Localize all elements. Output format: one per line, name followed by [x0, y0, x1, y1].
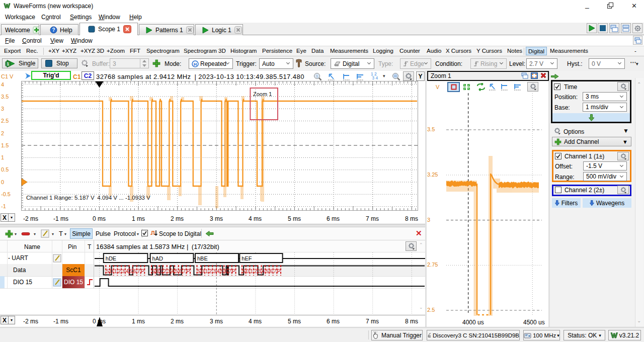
- svg-text:1: 1: [159, 269, 163, 274]
- svg-text:S: S: [151, 269, 155, 274]
- svg-text:1: 1: [250, 269, 253, 274]
- svg-text:5: 5: [175, 269, 178, 274]
- svg-text:3: 3: [168, 269, 171, 274]
- svg-text:6: 6: [224, 269, 227, 274]
- svg-text:2: 2: [254, 269, 257, 274]
- svg-text:3: 3: [258, 269, 261, 274]
- svg-text:3: 3: [122, 269, 125, 274]
- svg-text:6: 6: [133, 269, 136, 274]
- svg-text:P: P: [187, 269, 190, 274]
- svg-text:5: 5: [221, 269, 224, 274]
- svg-text:5: 5: [266, 269, 269, 274]
- svg-text:0: 0: [156, 269, 159, 274]
- svg-text:6: 6: [179, 269, 182, 274]
- svg-text:6: 6: [270, 269, 273, 274]
- svg-text:0: 0: [201, 269, 204, 274]
- svg-text:S: S: [106, 269, 110, 274]
- svg-text:1: 1: [205, 269, 208, 274]
- svg-text:?: ?: [52, 27, 55, 33]
- svg-text:H: H: [194, 61, 197, 66]
- svg-text:1: 1: [114, 269, 117, 274]
- svg-text:1: 1: [7, 61, 9, 66]
- svg-text:hDE: hDE: [106, 255, 116, 262]
- svg-text:Zoom 1: Zoom 1: [253, 91, 272, 97]
- svg-text:4: 4: [217, 269, 220, 274]
- svg-text:S: S: [243, 269, 246, 274]
- svg-text:hAD: hAD: [152, 255, 163, 262]
- svg-text:4: 4: [126, 269, 129, 274]
- svg-text:7: 7: [183, 269, 186, 274]
- svg-text:Channel 1 Range: 5.187 V 4.094: Channel 1 Range: 5.187 V 4.094 V ... -1.…: [26, 195, 150, 201]
- svg-text:7: 7: [228, 269, 231, 274]
- svg-text:2: 2: [209, 269, 212, 274]
- svg-text:4: 4: [172, 269, 175, 274]
- svg-text:0: 0: [247, 269, 250, 274]
- svg-text:7: 7: [137, 269, 140, 274]
- svg-text:7: 7: [274, 269, 277, 274]
- svg-text:hBE: hBE: [197, 255, 208, 262]
- svg-text:1: 1: [316, 74, 318, 78]
- svg-text:5: 5: [130, 269, 133, 274]
- svg-text:4: 4: [262, 269, 265, 274]
- svg-text:0: 0: [110, 269, 113, 274]
- svg-text:2: 2: [118, 269, 121, 274]
- svg-text:3: 3: [213, 269, 216, 274]
- svg-text:S: S: [197, 269, 201, 274]
- svg-text:P: P: [232, 269, 235, 274]
- svg-text:P: P: [141, 269, 144, 274]
- svg-text:P: P: [277, 269, 281, 274]
- svg-text:hEF: hEF: [242, 255, 252, 262]
- svg-text:2: 2: [164, 269, 167, 274]
